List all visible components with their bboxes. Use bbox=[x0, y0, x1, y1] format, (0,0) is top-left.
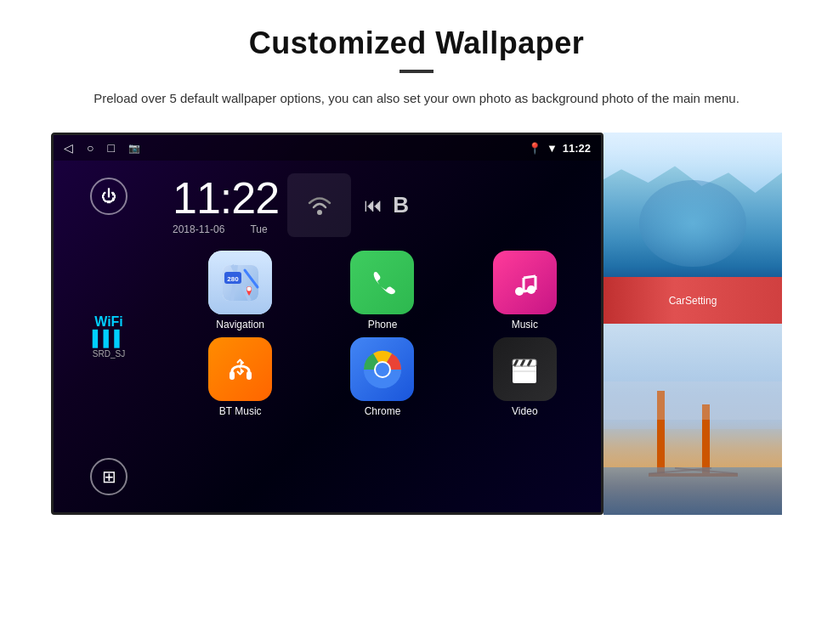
wallpaper-top-container[interactable]: CarSetting bbox=[604, 133, 782, 324]
svg-line-17 bbox=[237, 371, 241, 375]
car-setting-label: CarSetting bbox=[669, 295, 717, 307]
bt-app-label: BT Music bbox=[219, 405, 262, 417]
car-setting-thumb[interactable]: CarSetting bbox=[604, 277, 782, 324]
page-description: Preload over 5 default wallpaper options… bbox=[51, 88, 782, 109]
app-grid: 280 Navigation bbox=[164, 246, 601, 422]
app-item-phone[interactable]: Phone bbox=[314, 251, 450, 330]
wifi-ssid: SRD_SJ bbox=[93, 349, 125, 359]
home-icon[interactable]: ○ bbox=[87, 141, 94, 155]
app-item-bt-music[interactable]: BT Music bbox=[173, 337, 308, 417]
signal-icon: ▼ bbox=[547, 142, 558, 155]
media-box[interactable] bbox=[287, 173, 351, 237]
status-time: 11:22 bbox=[563, 142, 591, 155]
title-divider bbox=[400, 70, 434, 73]
android-screen: ◁ ○ □ 📷 📍 ▼ 11:22 ⏻ WiFi ▌▌▌ bbox=[51, 133, 604, 515]
signal-wave-icon bbox=[303, 189, 337, 223]
wifi-bars-icon: ▌▌▌ bbox=[93, 330, 125, 347]
maps-icon-svg: 280 bbox=[219, 262, 262, 304]
page-wrapper: Customized Wallpaper Preload over 5 defa… bbox=[0, 0, 833, 532]
chrome-icon-svg bbox=[361, 348, 404, 391]
camera-icon: 📷 bbox=[128, 143, 140, 154]
svg-line-12 bbox=[524, 276, 536, 278]
svg-point-20 bbox=[376, 363, 389, 376]
nav-app-label: Navigation bbox=[216, 319, 264, 330]
video-app-label: Video bbox=[512, 405, 537, 417]
bluetooth-icon[interactable]: B bbox=[393, 192, 409, 218]
svg-point-0 bbox=[317, 210, 322, 215]
svg-line-10 bbox=[524, 290, 536, 291]
left-sidebar: ⏻ WiFi ▌▌▌ SRD_SJ ⊞ bbox=[54, 161, 164, 512]
power-button[interactable]: ⏻ bbox=[90, 178, 128, 215]
phone-app-icon bbox=[350, 251, 414, 314]
clock-date: 2018-11-06 Tue bbox=[173, 223, 279, 235]
skip-prev-icon[interactable]: ⏮ bbox=[364, 195, 382, 217]
grid-button[interactable]: ⊞ bbox=[90, 458, 128, 495]
app-item-navigation[interactable]: 280 Navigation bbox=[173, 251, 308, 330]
clock-date-value: 2018-11-06 bbox=[173, 223, 224, 235]
svg-rect-14 bbox=[230, 371, 235, 380]
phone-app-label: Phone bbox=[368, 319, 398, 330]
status-left: ◁ ○ □ 📷 bbox=[64, 141, 140, 155]
golden-gate-wallpaper[interactable] bbox=[604, 324, 782, 515]
svg-rect-15 bbox=[246, 371, 252, 380]
wifi-info: WiFi ▌▌▌ SRD_SJ bbox=[93, 314, 125, 359]
chrome-app-label: Chrome bbox=[365, 405, 401, 417]
status-right: 📍 ▼ 11:22 bbox=[528, 142, 591, 155]
clock-time: 11:22 bbox=[173, 176, 279, 220]
svg-text:280: 280 bbox=[227, 275, 239, 283]
video-app-icon bbox=[493, 337, 557, 401]
video-icon-svg bbox=[507, 353, 541, 387]
main-content: 11:22 2018-11-06 Tue bbox=[164, 161, 601, 512]
bt-app-icon bbox=[208, 337, 272, 401]
nav-app-icon: 280 bbox=[208, 251, 272, 314]
svg-point-7 bbox=[246, 286, 251, 291]
wallpaper-panel: CarSetting bbox=[604, 133, 782, 515]
location-icon: 📍 bbox=[528, 142, 541, 155]
chrome-app-icon bbox=[350, 337, 414, 401]
screen-container: ◁ ○ □ 📷 📍 ▼ 11:22 ⏻ WiFi ▌▌▌ bbox=[51, 133, 782, 515]
status-bar: ◁ ○ □ 📷 📍 ▼ 11:22 bbox=[54, 135, 601, 161]
svg-rect-21 bbox=[513, 364, 536, 383]
power-icon: ⏻ bbox=[101, 188, 116, 206]
page-title: Customized Wallpaper bbox=[51, 25, 782, 61]
clock-block: 11:22 2018-11-06 Tue bbox=[173, 176, 279, 235]
bt-icon-svg bbox=[224, 353, 258, 387]
music-app-label: Music bbox=[512, 319, 538, 330]
back-icon[interactable]: ◁ bbox=[64, 141, 73, 155]
app-item-music[interactable]: Music bbox=[457, 251, 592, 330]
wifi-label: WiFi bbox=[94, 314, 123, 329]
recent-icon[interactable]: □ bbox=[107, 141, 114, 155]
clock-day-value: Tue bbox=[250, 223, 267, 235]
phone-icon-svg bbox=[366, 266, 400, 300]
music-icon-svg bbox=[507, 266, 541, 300]
app-item-chrome[interactable]: Chrome bbox=[314, 337, 450, 417]
music-app-icon bbox=[493, 251, 557, 314]
svg-line-16 bbox=[237, 359, 241, 363]
grid-icon: ⊞ bbox=[102, 466, 116, 487]
clock-area: 11:22 2018-11-06 Tue bbox=[164, 161, 601, 246]
app-item-video[interactable]: Video bbox=[457, 337, 592, 417]
